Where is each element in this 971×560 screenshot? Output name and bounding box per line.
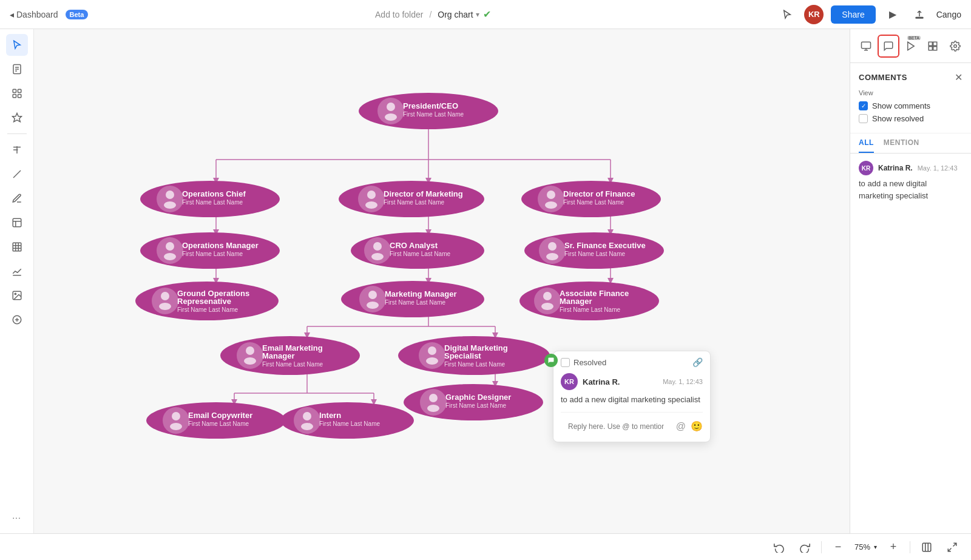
comments-panel: COMMENTS ✕ View ✓ Show comments Show res… (850, 63, 971, 533)
tool-sticky[interactable] (6, 212, 28, 234)
svg-rect-7 (13, 95, 16, 98)
svg-point-140 (429, 394, 438, 402)
svg-point-82 (547, 191, 555, 199)
svg-point-146 (172, 412, 180, 420)
view-label: View (859, 89, 963, 96)
topbar-left: ◂ Dashboard Beta (10, 10, 88, 19)
svg-point-133 (428, 346, 436, 355)
svg-text:First Name Last Name: First Name Last Name (182, 199, 243, 206)
chart-title-dropdown[interactable]: Org chart ▾ (438, 10, 479, 19)
back-button[interactable]: ◂ Dashboard (10, 10, 58, 19)
reply-input[interactable] (561, 417, 671, 436)
emoji-icon[interactable]: 🙂 (691, 420, 703, 432)
tool-pen[interactable] (6, 187, 28, 209)
play-icon-btn[interactable]: ▶ (883, 5, 902, 24)
cango-label: Cango (936, 10, 961, 19)
tool-apps[interactable] (6, 83, 28, 104)
tool-star[interactable] (6, 107, 28, 129)
breadcrumb-add-folder[interactable]: Add to folder (375, 10, 423, 19)
svg-text:First Name Last Name: First Name Last Name (560, 306, 620, 313)
svg-point-88 (166, 242, 174, 251)
popup-comment-body: KR Katrina R. May. 1, 12:43 to add a new… (553, 371, 710, 442)
svg-text:Specialist: Specialist (444, 351, 481, 360)
svg-rect-14 (13, 218, 21, 227)
comments-panel-btn[interactable] (878, 35, 900, 58)
tool-line[interactable] (6, 163, 28, 185)
tab-all[interactable]: ALL (859, 138, 874, 153)
comment-list: KR Katrina R. May. 1, 12:43 to add a new… (850, 153, 971, 533)
svg-marker-9 (12, 113, 21, 122)
svg-text:President/CEO: President/CEO (403, 101, 458, 110)
tab-mention[interactable]: MENTION (884, 138, 919, 153)
svg-text:Marketing Manager: Marketing Manager (385, 289, 456, 299)
settings-panel-btn[interactable] (944, 35, 966, 58)
close-comments-btn[interactable]: ✕ (955, 72, 963, 83)
svg-point-118 (534, 288, 561, 314)
svg-text:First Name Last Name: First Name Last Name (445, 402, 506, 409)
svg-rect-8 (18, 95, 21, 98)
comment-avatar-initials: KR (862, 165, 870, 172)
svg-text:First Name Last Name: First Name Last Name (563, 199, 624, 206)
redo-btn[interactable] (796, 538, 814, 556)
svg-point-101 (546, 253, 558, 260)
svg-point-152 (303, 412, 311, 420)
tool-more[interactable]: ··· (6, 507, 28, 528)
show-resolved-checkbox[interactable] (859, 114, 868, 123)
show-comments-row: ✓ Show comments (859, 101, 963, 110)
tool-document[interactable] (6, 58, 28, 80)
resolved-label: Resolved (573, 358, 606, 367)
expand-btn[interactable] (943, 538, 961, 556)
tool-image[interactable] (6, 285, 28, 306)
svg-rect-160 (929, 42, 932, 46)
show-resolved-label: Show resolved (872, 114, 924, 123)
tool-chart[interactable] (6, 260, 28, 282)
canvas-area[interactable]: .node-ellipse { fill: #b03a8e; stroke: n… (34, 29, 850, 533)
cursor-icon-btn[interactable] (777, 5, 797, 24)
svg-text:First Name Last Name: First Name Last Name (182, 251, 243, 257)
zoom-in-btn[interactable]: + (884, 538, 902, 556)
comments-title: COMMENTS (859, 73, 907, 82)
show-comments-checkbox[interactable]: ✓ (859, 101, 868, 110)
svg-text:First Name Last Name: First Name Last Name (444, 361, 505, 368)
show-comments-label: Show comments (872, 101, 930, 110)
beta-small-badge: BETA (907, 36, 921, 40)
tool-text[interactable] (6, 139, 28, 161)
fit-screen-btn[interactable] (918, 538, 936, 556)
svg-point-114 (367, 302, 379, 309)
svg-marker-159 (907, 42, 914, 50)
share-button[interactable]: Share (831, 5, 875, 24)
svg-text:Graphic Designer: Graphic Designer (445, 393, 511, 402)
zoom-value: 75% (854, 542, 870, 552)
link-icon[interactable]: 🔗 (692, 357, 703, 367)
resolved-checkbox[interactable] (561, 358, 570, 367)
svg-text:First Name Last Name: First Name Last Name (403, 111, 464, 118)
right-toolbar: BETA (850, 29, 971, 63)
tool-table[interactable] (6, 236, 28, 258)
svg-line-168 (953, 543, 956, 546)
svg-point-105 (152, 288, 178, 314)
user-avatar[interactable]: KR (804, 5, 824, 24)
popup-comment-meta: KR Katrina R. May. 1, 12:43 (561, 373, 703, 390)
bottom-divider-2 (910, 541, 910, 553)
undo-btn[interactable] (770, 538, 788, 556)
upload-icon-btn[interactable] (910, 5, 929, 24)
tool-cursor[interactable] (6, 34, 28, 56)
comment-text: to add a new digital marketing specialis… (859, 178, 963, 201)
svg-text:First Name Last Name: First Name Last Name (390, 251, 450, 257)
layers-panel-btn[interactable] (855, 35, 878, 58)
zoom-out-btn[interactable]: − (829, 538, 847, 556)
svg-point-107 (159, 303, 171, 310)
popup-text: to add a new digital marketing specialis… (561, 394, 703, 406)
at-icon[interactable]: @ (676, 421, 686, 432)
topbar: ◂ Dashboard Beta Add to folder / Org cha… (0, 0, 971, 29)
comment-item: KR Katrina R. May. 1, 12:43 to add a new… (859, 161, 963, 201)
zoom-display[interactable]: 75% ▾ (854, 542, 877, 552)
tool-import[interactable] (6, 309, 28, 331)
comment-badge[interactable] (544, 354, 558, 367)
present-panel-btn[interactable]: BETA (899, 35, 922, 58)
left-sidebar: ··· (0, 29, 34, 533)
template-panel-btn[interactable] (922, 35, 944, 58)
svg-text:Sr. Finance Executive: Sr. Finance Executive (564, 241, 646, 250)
svg-point-141 (427, 405, 439, 412)
svg-point-77 (365, 201, 377, 209)
